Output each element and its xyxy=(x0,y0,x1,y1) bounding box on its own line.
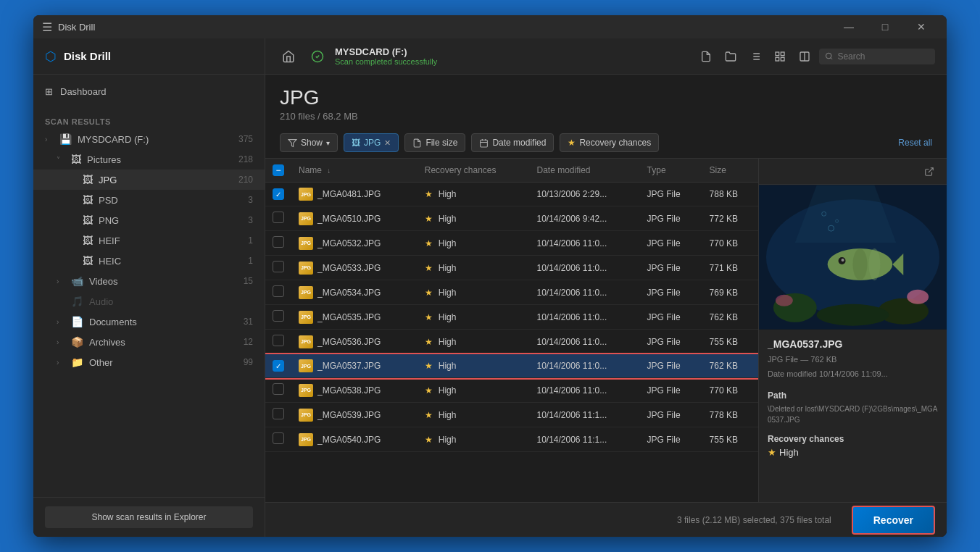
file-list-scroll[interactable]: Name ↓ Recovery chances Date modified Ty… xyxy=(265,159,758,502)
sidebar-item-jpg[interactable]: › 🖼 JPG 210 xyxy=(33,170,265,190)
maximize-button[interactable]: □ xyxy=(868,15,902,38)
checkbox-cell[interactable] xyxy=(265,206,291,231)
sidebar-item-other[interactable]: › 📁 Other 99 xyxy=(33,352,265,372)
row-checkbox[interactable] xyxy=(273,261,284,272)
sidebar-item-audio[interactable]: › 🎵 Audio xyxy=(33,291,265,311)
split-view-icon[interactable] xyxy=(794,46,815,67)
filesize-filter-button[interactable]: File size xyxy=(404,133,465,152)
recover-button[interactable]: Recover xyxy=(852,506,935,535)
new-file-icon[interactable] xyxy=(696,46,716,67)
recovery-cell: ★High xyxy=(418,427,530,452)
sidebar-item-png[interactable]: › 🖼 PNG 3 xyxy=(33,210,265,230)
checkbox-cell[interactable] xyxy=(265,378,291,403)
table-row[interactable]: JPG_MGA0538.JPG★High10/14/2006 11:0...JP… xyxy=(265,378,758,403)
sidebar-item-heif[interactable]: › 🖼 HEIF 1 xyxy=(33,230,265,251)
row-checkbox[interactable] xyxy=(273,335,284,346)
checkbox-cell[interactable] xyxy=(265,280,291,305)
checkbox-cell[interactable] xyxy=(265,183,291,206)
svg-rect-16 xyxy=(481,140,488,147)
type-cell: JPG File xyxy=(640,403,702,427)
row-checkbox[interactable] xyxy=(273,212,284,223)
sidebar-item-mysdcard[interactable]: › 💾 MYSDCARD (F:) 375 xyxy=(33,129,265,149)
tree-label: PNG xyxy=(99,215,119,226)
checkbox-cell[interactable] xyxy=(265,231,291,256)
checkbox-cell[interactable] xyxy=(265,305,291,330)
row-checkbox[interactable] xyxy=(273,285,284,297)
tree-count: 99 xyxy=(244,357,253,367)
row-checkbox[interactable] xyxy=(273,188,284,200)
jpg-filter-button[interactable]: 🖼 JPG ✕ xyxy=(344,133,399,152)
tree-label: Videos xyxy=(89,276,118,287)
checkbox-cell[interactable] xyxy=(265,427,291,452)
checkbox-cell[interactable] xyxy=(265,256,291,280)
show-filter-button[interactable]: Show ▾ xyxy=(280,133,338,152)
sidebar-item-dashboard[interactable]: ⊞ Dashboard xyxy=(33,80,265,103)
row-checkbox[interactable] xyxy=(273,383,284,395)
date-modified-filter-button[interactable]: Date modified xyxy=(471,133,554,152)
tree-label: HEIF xyxy=(99,235,120,246)
select-all-header[interactable] xyxy=(265,159,291,183)
folder-icon[interactable] xyxy=(721,46,741,67)
row-checkbox[interactable] xyxy=(273,432,284,444)
tree-label: Archives xyxy=(89,337,125,348)
table-row[interactable]: JPG_MGA0539.JPG★High10/14/2006 11:1...JP… xyxy=(265,403,758,427)
main-layout: ⬡ Disk Drill ⊞ Dashboard Scan results › … xyxy=(33,38,947,537)
minimize-button[interactable]: — xyxy=(832,15,865,38)
reset-all-button[interactable]: Reset all xyxy=(898,138,932,148)
search-box[interactable] xyxy=(819,49,935,64)
table-row[interactable]: JPG_MGA0537.JPG★High10/14/2006 11:0...JP… xyxy=(265,354,758,378)
tree-count: 3 xyxy=(248,195,253,205)
app-window: ☰ Disk Drill — □ ✕ ⬡ Disk Drill ⊞ Dashbo… xyxy=(33,15,947,537)
size-cell: 772 KB xyxy=(702,206,758,231)
remove-jpg-filter-icon[interactable]: ✕ xyxy=(384,138,391,148)
table-row[interactable]: JPG_MGA0510.JPG★High10/14/2006 9:42...JP… xyxy=(265,206,758,231)
size-cell: 762 KB xyxy=(702,305,758,330)
list-view-icon[interactable] xyxy=(745,46,765,67)
show-scan-results-button[interactable]: Show scan results in Explorer xyxy=(45,506,253,528)
checkbox-cell[interactable] xyxy=(265,403,291,427)
checkbox-cell[interactable] xyxy=(265,354,291,378)
menu-icon[interactable]: ☰ xyxy=(42,20,52,34)
table-row[interactable]: JPG_MGA0481.JPG★High10/13/2006 2:29...JP… xyxy=(265,183,758,206)
row-checkbox[interactable] xyxy=(273,360,284,372)
table-row[interactable]: JPG_MGA0536.JPG★High10/14/2006 11:0...JP… xyxy=(265,330,758,354)
preview-toolbar xyxy=(759,159,947,185)
table-row[interactable]: JPG_MGA0540.JPG★High10/14/2006 11:1...JP… xyxy=(265,427,758,452)
app-logo-icon: ⬡ xyxy=(45,49,57,64)
title-bar: ☰ Disk Drill — □ ✕ xyxy=(33,15,947,38)
sidebar-item-documents[interactable]: › 📄 Documents 31 xyxy=(33,311,265,332)
table-row[interactable]: JPG_MGA0533.JPG★High10/14/2006 11:0...JP… xyxy=(265,256,758,280)
close-button[interactable]: ✕ xyxy=(905,15,938,38)
table-row[interactable]: JPG_MGA0532.JPG★High10/14/2006 11:0...JP… xyxy=(265,231,758,256)
tree-label: Audio xyxy=(89,296,113,307)
home-button[interactable] xyxy=(277,45,300,68)
row-checkbox[interactable] xyxy=(273,408,284,419)
open-external-icon[interactable] xyxy=(919,162,939,182)
select-all-checkbox[interactable] xyxy=(273,164,284,176)
recovery-chances-filter-button[interactable]: ★ Recovery chances xyxy=(560,133,659,152)
sort-icon[interactable]: ↓ xyxy=(327,167,331,175)
grid-view-icon[interactable] xyxy=(770,46,790,67)
row-checkbox[interactable] xyxy=(273,310,284,322)
table-row[interactable]: JPG_MGA0535.JPG★High10/14/2006 11:0...JP… xyxy=(265,305,758,330)
sidebar-item-archives[interactable]: › 📦 Archives 12 xyxy=(33,332,265,352)
star-filter-icon: ★ xyxy=(568,138,576,148)
type-cell: JPG File xyxy=(640,183,702,206)
search-input[interactable] xyxy=(837,51,929,62)
checkbox-cell[interactable] xyxy=(265,330,291,354)
row-checkbox[interactable] xyxy=(273,236,284,248)
drive-status: Scan completed successfully xyxy=(335,57,437,66)
size-cell: 769 KB xyxy=(702,280,758,305)
star-icon: ★ xyxy=(768,447,776,458)
filesize-icon xyxy=(412,138,422,148)
sidebar-item-heic[interactable]: › 🖼 HEIC 1 xyxy=(33,251,265,271)
sidebar-item-videos[interactable]: › 📹 Videos 15 xyxy=(33,271,265,291)
type-cell: JPG File xyxy=(640,427,702,452)
tree-count: 3 xyxy=(248,215,253,225)
svg-line-20 xyxy=(929,167,933,172)
sidebar-item-pictures[interactable]: ˅ 🖼 Pictures 218 xyxy=(33,149,265,170)
chevron-icon: › xyxy=(45,135,54,143)
sidebar-item-psd[interactable]: › 🖼 PSD 3 xyxy=(33,190,265,210)
table-container: Name ↓ Recovery chances Date modified Ty… xyxy=(265,159,947,502)
table-row[interactable]: JPG_MGA0534.JPG★High10/14/2006 11:0...JP… xyxy=(265,280,758,305)
